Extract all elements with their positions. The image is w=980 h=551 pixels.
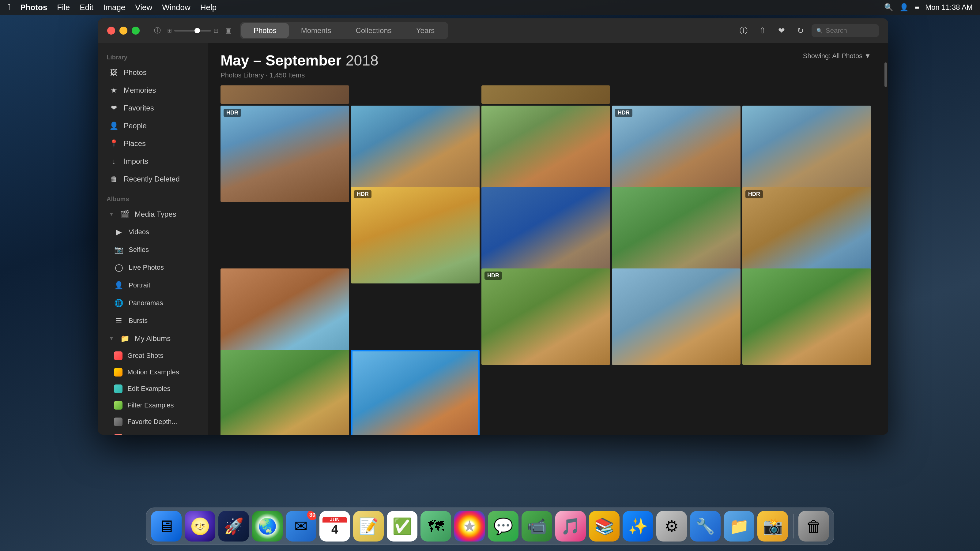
scrollbar-container bbox=[883, 43, 888, 435]
menu-help[interactable]: Help bbox=[196, 3, 221, 12]
partial-photo-1[interactable] bbox=[221, 86, 349, 104]
albums-section-label: Albums bbox=[98, 191, 208, 205]
menu-view[interactable]: View bbox=[130, 3, 157, 12]
zoom-slider[interactable] bbox=[174, 30, 211, 32]
memories-icon: ★ bbox=[109, 86, 119, 95]
dock-item-filemanager[interactable]: 📁 bbox=[724, 511, 754, 541]
sidebar-item-great-shots[interactable]: Great Shots bbox=[100, 348, 206, 364]
photo-cell-6[interactable]: HDR bbox=[351, 187, 480, 283]
partial-photo-3[interactable] bbox=[481, 86, 610, 104]
title-bar: ⓘ ⊞ ⊟ ▣ Photos Moments Collections Years… bbox=[98, 18, 888, 43]
photo-cell-15[interactable] bbox=[351, 350, 480, 435]
dock-item-siri[interactable]: 🌝 bbox=[185, 511, 215, 541]
dock-item-trash[interactable]: 🗑 bbox=[799, 511, 829, 541]
sidebar-people-label: People bbox=[124, 122, 147, 130]
sidebar-item-favorite-depth[interactable]: Favorite Depth... bbox=[100, 414, 206, 430]
dock-item-notes[interactable]: 📝 bbox=[353, 511, 384, 541]
dock-item-xcode[interactable]: 🔧 bbox=[690, 511, 721, 541]
sidebar-item-panoramas[interactable]: 🌐 Panoramas bbox=[100, 294, 206, 311]
sidebar-item-edit-examples[interactable]: Edit Examples bbox=[100, 381, 206, 397]
dock-item-mail[interactable]: ✉ 30 bbox=[286, 511, 317, 541]
info-btn[interactable]: ⓘ bbox=[736, 23, 751, 38]
dock-item-photos[interactable]: ★ bbox=[454, 511, 485, 541]
tab-photos[interactable]: Photos bbox=[241, 23, 289, 38]
sidebar-item-4th-of-july[interactable]: 4th of July bbox=[100, 430, 206, 435]
dock-item-prefs[interactable]: ⚙ bbox=[656, 511, 687, 541]
apple-menu[interactable]:  bbox=[7, 2, 15, 12]
maximize-button[interactable] bbox=[132, 27, 140, 35]
search-input[interactable] bbox=[826, 27, 874, 35]
sidebar-item-portrait[interactable]: 👤 Portrait bbox=[100, 277, 206, 294]
sidebar-item-selfies[interactable]: 📷 Selfies bbox=[100, 241, 206, 258]
favorites-btn[interactable]: ❤ bbox=[773, 23, 789, 38]
tab-years[interactable]: Years bbox=[404, 23, 447, 38]
search-icon-menubar[interactable]: 🔍 bbox=[884, 3, 893, 12]
sidebar-item-imports[interactable]: ↓ Imports bbox=[100, 153, 206, 170]
user-avatar[interactable]: 👤 bbox=[899, 3, 908, 12]
partial-photo-4 bbox=[612, 86, 740, 104]
app-window: ⓘ ⊞ ⊟ ▣ Photos Moments Collections Years… bbox=[98, 18, 888, 435]
search-bar[interactable]: 🔍 bbox=[811, 24, 879, 37]
dock-item-messages[interactable]: 💬 bbox=[488, 511, 519, 541]
zoom-slider-container: ⊞ ⊟ bbox=[167, 27, 219, 34]
menu-window[interactable]: Window bbox=[157, 3, 195, 12]
dock-item-books[interactable]: 📚 bbox=[589, 511, 620, 541]
selfies-icon: 📷 bbox=[114, 245, 124, 255]
dock-item-music[interactable]: 🎵 bbox=[555, 511, 586, 541]
photo-cell-12[interactable] bbox=[612, 268, 740, 365]
dock-item-screenshot[interactable]: 📸 bbox=[757, 511, 788, 541]
sidebar-item-live-photos[interactable]: ◯ Live Photos bbox=[100, 259, 206, 276]
photo-cell-11[interactable]: HDR bbox=[481, 268, 610, 365]
sidebar-item-favorites[interactable]: ❤ Favorites bbox=[100, 100, 206, 117]
sidebar-item-photos[interactable]: 🖼 Photos bbox=[100, 64, 206, 81]
fullscreen-btn[interactable]: ▣ bbox=[223, 25, 234, 36]
sidebar-live-photos-label: Live Photos bbox=[129, 264, 164, 272]
photo-cell-14[interactable] bbox=[221, 350, 349, 435]
sidebar-favorites-label: Favorites bbox=[124, 104, 154, 112]
scrollbar-thumb[interactable] bbox=[885, 62, 887, 87]
menu-image[interactable]: Image bbox=[98, 3, 130, 12]
disclosure-arrow-albums: ▼ bbox=[109, 336, 114, 341]
close-button[interactable] bbox=[107, 27, 115, 35]
sidebar-item-memories[interactable]: ★ Memories bbox=[100, 82, 206, 99]
sidebar-item-videos[interactable]: ▶ Videos bbox=[100, 224, 206, 241]
photo-cell-13[interactable] bbox=[742, 268, 871, 365]
tab-moments[interactable]: Moments bbox=[289, 23, 344, 38]
menu-file[interactable]: File bbox=[52, 3, 75, 12]
menu-photos[interactable]: Photos bbox=[15, 3, 52, 12]
sidebar-item-motion-examples[interactable]: Motion Examples bbox=[100, 364, 206, 380]
dock-item-reminders[interactable]: ✅ bbox=[387, 511, 417, 541]
photo-grid: HDR HDR HDR bbox=[221, 106, 871, 435]
dock-item-safari[interactable]: 🌏 bbox=[252, 511, 283, 541]
tab-collections[interactable]: Collections bbox=[343, 23, 404, 38]
sidebar-item-places[interactable]: 📍 Places bbox=[100, 135, 206, 152]
sidebar: Library 🖼 Photos ★ Memories ❤ Favorites … bbox=[98, 43, 208, 435]
minimize-button[interactable] bbox=[119, 27, 127, 35]
dock-item-calendar[interactable]: JUN 4 bbox=[320, 511, 350, 541]
sidebar-item-media-types[interactable]: ▼ 🎬 Media Types bbox=[100, 206, 206, 223]
sidebar-filter-examples-label: Filter Examples bbox=[127, 401, 174, 409]
dock-item-appstore[interactable]: ✨ bbox=[623, 511, 653, 541]
photo-cell-1[interactable]: HDR bbox=[221, 106, 349, 202]
sidebar-item-people[interactable]: 👤 People bbox=[100, 117, 206, 134]
title-bar-controls: ⓘ ⊞ ⊟ ▣ bbox=[152, 25, 234, 36]
showing-dropdown[interactable]: Showing: All Photos ▼ bbox=[803, 52, 871, 60]
dock-item-maps[interactable]: 🗺 bbox=[420, 511, 451, 541]
control-center-icon[interactable]: ≡ bbox=[915, 3, 919, 12]
sidebar-favorite-depth-label: Favorite Depth... bbox=[127, 418, 177, 426]
great-shots-icon bbox=[114, 351, 123, 360]
info-icon-btn[interactable]: ⓘ bbox=[152, 25, 163, 36]
dock-item-launchpad[interactable]: 🚀 bbox=[218, 511, 249, 541]
dock-item-facetime[interactable]: 📹 bbox=[522, 511, 552, 541]
sidebar-item-bursts[interactable]: ☰ Bursts bbox=[100, 312, 206, 329]
sidebar-media-types-label: Media Types bbox=[135, 210, 177, 219]
share-btn[interactable]: ⇧ bbox=[755, 23, 770, 38]
my-albums-icon: 📁 bbox=[120, 333, 130, 343]
rotate-btn[interactable]: ↻ bbox=[792, 23, 808, 38]
menu-edit[interactable]: Edit bbox=[75, 3, 98, 12]
content-subtitle: Photos Library · 1,450 Items bbox=[221, 71, 379, 79]
sidebar-item-recently-deleted[interactable]: 🗑 Recently Deleted bbox=[100, 170, 206, 187]
dock-item-finder[interactable]: 🖥 bbox=[151, 511, 181, 541]
sidebar-item-filter-examples[interactable]: Filter Examples bbox=[100, 397, 206, 413]
sidebar-item-my-albums[interactable]: ▼ 📁 My Albums bbox=[100, 330, 206, 347]
